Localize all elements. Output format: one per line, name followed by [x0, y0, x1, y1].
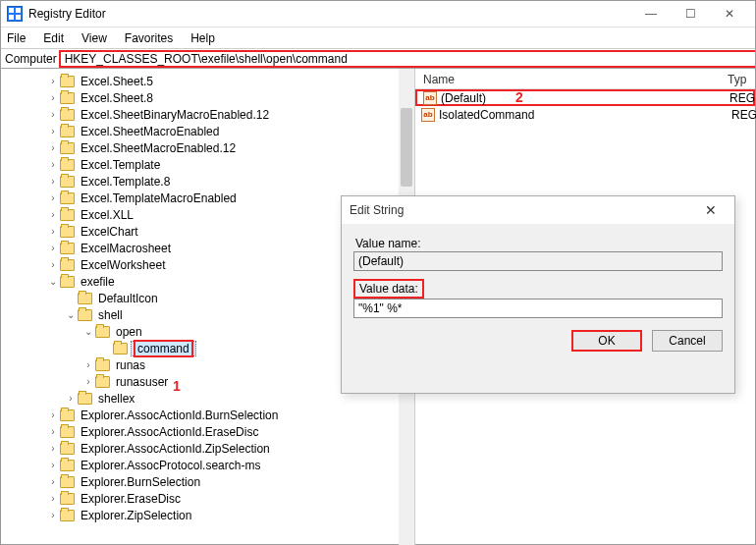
- value-type: REG: [729, 91, 753, 105]
- ok-button[interactable]: OK: [571, 330, 642, 352]
- annotation-1: 1: [173, 378, 181, 394]
- tree-item[interactable]: ›Explorer.EraseDisc: [1, 490, 414, 507]
- tree-item[interactable]: ›Excel.Sheet.5: [1, 73, 414, 89]
- folder-icon: [60, 476, 75, 488]
- expand-toggle[interactable]: ›: [46, 209, 60, 220]
- expand-toggle[interactable]: ›: [46, 76, 60, 86]
- expand-toggle[interactable]: ›: [46, 192, 60, 203]
- tree-item-label: Explorer.AssocProtocol.search-ms: [79, 459, 262, 472]
- expand-toggle[interactable]: ›: [46, 443, 60, 454]
- menu-view[interactable]: View: [81, 31, 107, 45]
- folder-icon: [78, 309, 92, 321]
- tree-item-label: Explorer.BurnSelection: [79, 475, 202, 489]
- menu-favorites[interactable]: Favorites: [125, 31, 173, 45]
- menu-help[interactable]: Help: [190, 31, 215, 45]
- tree-item-label: Excel.Sheet.8: [79, 91, 155, 105]
- expand-toggle[interactable]: ›: [46, 493, 60, 504]
- tree-item-label: Excel.Sheet.5: [79, 75, 155, 88]
- menu-file[interactable]: File: [7, 31, 26, 45]
- tree-item[interactable]: ›Excel.SheetBinaryMacroEnabled.12: [1, 106, 414, 123]
- expand-toggle[interactable]: ›: [81, 376, 95, 387]
- expand-toggle[interactable]: ›: [46, 142, 60, 153]
- string-value-icon: ab: [421, 108, 435, 122]
- expand-toggle[interactable]: ›: [46, 409, 60, 420]
- column-name[interactable]: Name: [423, 73, 728, 86]
- expand-toggle[interactable]: ›: [46, 510, 60, 520]
- expand-toggle[interactable]: ›: [46, 176, 60, 187]
- tree-item-label: exefile: [79, 275, 117, 289]
- address-bar: Computer HKEY_CLASSES_ROOT\exefile\shell…: [1, 49, 755, 69]
- tree-item-label: runas: [114, 358, 147, 372]
- expand-toggle[interactable]: ›: [46, 226, 60, 237]
- expand-toggle[interactable]: ›: [46, 92, 60, 103]
- tree-item-label: runasuser: [114, 375, 170, 389]
- tree-item-label: ExcelWorksheet: [79, 258, 167, 272]
- address-path[interactable]: HKEY_CLASSES_ROOT\exefile\shell\open\com…: [59, 50, 755, 68]
- tree-item-label: DefaultIcon: [96, 292, 160, 305]
- scrollbar-thumb[interactable]: [401, 108, 412, 187]
- folder-icon: [60, 443, 75, 455]
- tree-item-label: shellex: [96, 392, 136, 406]
- expand-toggle[interactable]: ›: [81, 359, 95, 370]
- list-header[interactable]: Name Typ: [415, 71, 755, 89]
- expand-toggle[interactable]: ⌄: [81, 326, 95, 337]
- value-type: REG: [731, 108, 755, 122]
- tree-item[interactable]: ›Explorer.AssocActionId.ZipSelection: [1, 440, 414, 457]
- expand-toggle[interactable]: ⌄: [64, 309, 78, 320]
- tree-item[interactable]: ›Excel.Sheet.8: [1, 89, 414, 106]
- tree-item-label: Excel.Template: [79, 158, 162, 172]
- tree-item[interactable]: ›Excel.Template: [1, 156, 414, 173]
- expand-toggle[interactable]: ›: [46, 460, 60, 470]
- expand-toggle[interactable]: ›: [46, 259, 60, 270]
- expand-toggle[interactable]: ›: [46, 243, 60, 253]
- column-type[interactable]: Typ: [728, 73, 747, 86]
- folder-icon: [60, 426, 75, 438]
- menu-edit[interactable]: Edit: [43, 31, 64, 45]
- value-name-input[interactable]: [353, 251, 723, 271]
- close-button[interactable]: ✕: [710, 1, 749, 27]
- tree-item-label: open: [114, 325, 144, 339]
- title-bar[interactable]: Registry Editor — ☐ ✕: [1, 1, 755, 27]
- tree-item-label: Explorer.EraseDisc: [79, 492, 183, 506]
- value-row[interactable]: ab(Default)REG: [415, 89, 755, 106]
- expand-toggle[interactable]: ›: [46, 109, 60, 120]
- maximize-button[interactable]: ☐: [671, 1, 710, 27]
- expand-toggle[interactable]: ›: [46, 426, 60, 437]
- folder-icon: [60, 493, 75, 505]
- tree-item[interactable]: ›Explorer.BurnSelection: [1, 473, 414, 490]
- tree-item[interactable]: ›Excel.SheetMacroEnabled: [1, 123, 414, 139]
- folder-icon: [95, 359, 110, 371]
- expand-toggle[interactable]: ›: [46, 159, 60, 170]
- window-title: Registry Editor: [28, 7, 631, 21]
- folder-icon: [60, 126, 75, 137]
- tree-item[interactable]: ›Explorer.AssocProtocol.search-ms: [1, 457, 414, 473]
- folder-icon: [95, 326, 110, 338]
- dialog-close-button[interactable]: ✕: [695, 202, 727, 218]
- app-icon: [7, 6, 23, 22]
- tree-item-label: command: [132, 342, 195, 355]
- tree-item-label: shell: [96, 308, 125, 322]
- tree-item[interactable]: ›Explorer.AssocActionId.EraseDisc: [1, 423, 414, 440]
- value-row[interactable]: abIsolatedCommandREG: [415, 106, 755, 123]
- string-value-icon: ab: [423, 91, 437, 105]
- folder-icon: [60, 276, 75, 288]
- tree-item[interactable]: ›Excel.Template.8: [1, 173, 414, 190]
- dialog-titlebar[interactable]: Edit String ✕: [342, 196, 734, 224]
- tree-item[interactable]: ›Explorer.ZipSelection: [1, 507, 414, 523]
- folder-icon: [60, 176, 75, 188]
- tree-item-label: Excel.XLL: [79, 208, 135, 222]
- expand-toggle[interactable]: ›: [46, 476, 60, 487]
- folder-icon: [60, 209, 75, 221]
- minimize-button[interactable]: —: [631, 1, 671, 27]
- registry-editor-window: Registry Editor — ☐ ✕ File Edit View Fav…: [0, 0, 756, 545]
- value-data-input[interactable]: [353, 299, 723, 318]
- expand-toggle[interactable]: ⌄: [46, 276, 60, 287]
- folder-icon: [78, 293, 92, 304]
- expand-toggle[interactable]: ›: [64, 393, 78, 404]
- tree-item[interactable]: ›Excel.SheetMacroEnabled.12: [1, 139, 414, 156]
- folder-icon: [60, 226, 75, 238]
- cancel-button[interactable]: Cancel: [652, 330, 723, 352]
- address-label: Computer: [1, 52, 59, 66]
- expand-toggle[interactable]: ›: [46, 126, 60, 136]
- tree-item[interactable]: ›Explorer.AssocActionId.BurnSelection: [1, 407, 414, 423]
